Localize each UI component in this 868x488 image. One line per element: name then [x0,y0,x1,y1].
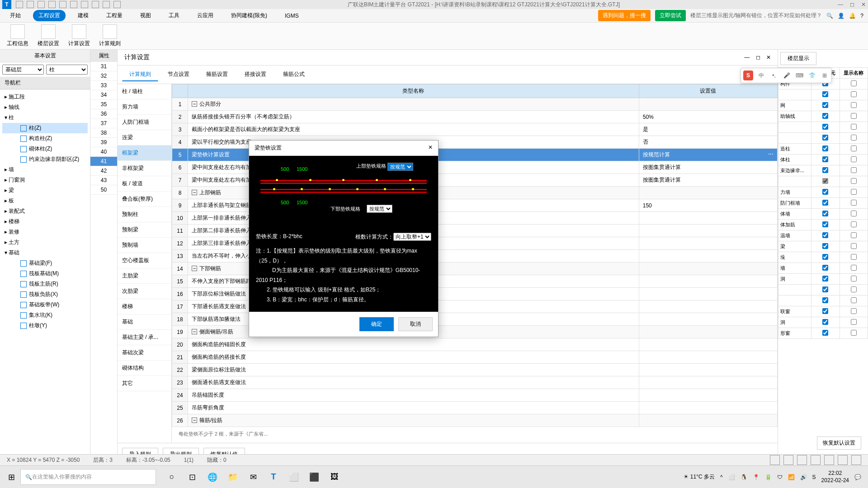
nav-node[interactable]: 基础梁(F) [2,258,88,268]
rule-row[interactable]: 21侧面构造筋的搭接长度 [172,351,778,364]
property-row[interactable]: 35 [90,100,117,109]
tray-icon[interactable]: 📶 [788,474,795,480]
nav-node[interactable]: ▸ 板 [2,196,88,206]
property-row[interactable]: 31 [90,62,117,71]
rule-row[interactable]: 2纵筋搭接接头错开百分率（不考虑架立筋）50% [172,111,778,123]
mail-icon[interactable]: ✉ [244,468,262,486]
rule-row[interactable]: 1−公共部分 [172,98,778,111]
explorer-icon[interactable]: 📁 [224,468,242,486]
sb-tool-icon[interactable] [783,455,793,465]
restore-floor-defaults-button[interactable]: 恢复默认设置 [817,436,861,450]
sb-tool-icon[interactable] [838,455,848,465]
qa-icon[interactable] [27,1,34,8]
ft-shirt-icon[interactable]: 👕 [807,71,816,80]
qa-icon[interactable] [70,1,77,8]
floor-select[interactable]: 基础层 [2,65,44,75]
display-row[interactable]: 力墙 [778,187,868,198]
help-icon[interactable]: ? [860,13,863,19]
tab-view[interactable]: 视图 [135,10,156,21]
gtj-icon[interactable]: T [264,468,283,486]
category-item[interactable]: 框架梁 [118,145,171,161]
stab-node[interactable]: 节点设置 [160,68,197,81]
nav-node[interactable]: 集水坑(K) [2,310,88,320]
notification-icon[interactable]: 🔔 [849,13,856,19]
display-row[interactable]: 垛 [778,252,868,263]
display-row[interactable] [778,296,868,306]
component-select[interactable]: 柱 [46,65,88,75]
category-item[interactable]: 其它 [118,376,171,391]
property-row[interactable]: 32 [90,71,117,81]
category-item[interactable]: 预制柱 [118,207,171,222]
ft-keyboard-icon[interactable]: ⌨ [795,71,804,80]
nav-node[interactable]: ▸ 装配式 [2,206,88,216]
ft-cn-icon[interactable]: 中 [757,71,766,80]
taskview-icon[interactable]: ⊡ [183,468,201,486]
ft-grid-icon[interactable]: ⊞ [820,71,829,80]
sb-tool-icon[interactable] [811,455,821,465]
nav-node[interactable]: 筏板负筋(X) [2,289,88,300]
bottom-spec-select[interactable]: 按规范 [367,205,392,213]
property-row[interactable]: 40 [90,147,117,157]
search-help-button[interactable]: 遇到问题，搜一搜 [598,10,651,21]
category-item[interactable]: 基础次梁 [118,345,171,361]
maximize-panel-icon[interactable]: ◻ [756,54,760,61]
category-item[interactable]: 预制梁 [118,222,171,238]
taskbar-search[interactable]: 🔍 在这里输入你要搜的内容 [20,469,156,485]
category-item[interactable]: 叠合板(整厚) [118,192,171,207]
count-method-select[interactable]: 向上取整+1 [393,233,431,241]
ft-mic-icon[interactable]: 🎤 [782,71,791,80]
obs-icon[interactable]: ⬛ [305,468,323,486]
rule-row[interactable]: 23侧面通长筋遇支座做法 [172,376,778,389]
qa-icon[interactable] [81,1,88,8]
nav-node[interactable]: ▸ 施工段 [2,92,88,102]
display-row[interactable] [778,122,868,133]
rule-row[interactable]: 20侧面构造筋的锚固长度 [172,338,778,351]
rule-row[interactable]: 3截面小的框架梁是否以截面大的框架梁为支座是 [172,123,778,136]
tray-chevron-icon[interactable]: ^ [720,474,723,480]
start-button[interactable]: ⊞ [2,468,20,486]
property-row[interactable]: 50 [90,185,117,195]
cortana-icon[interactable]: ○ [163,468,181,486]
ft-badge-icon[interactable]: S [743,70,753,80]
ft-punct-icon[interactable]: •, [769,71,778,80]
tray-icon[interactable]: 🛡 [777,474,783,480]
tray-icon[interactable]: 📍 [753,474,760,480]
nav-node[interactable]: 筏板基础(M) [2,268,88,279]
display-row[interactable] [778,285,868,296]
category-item[interactable]: 基础主梁 / 承... [118,330,171,345]
category-item[interactable]: 非框架梁 [118,161,171,176]
category-item[interactable]: 剪力墙 [118,99,171,115]
tray-icon[interactable]: 🔊 [800,474,807,480]
app-icon[interactable]: ⬜ [285,468,303,486]
qa-icon[interactable] [38,1,45,8]
stab-calc-rules[interactable]: 计算规则 [122,68,158,81]
display-row[interactable]: 梁 [778,241,868,252]
sb-tool-icon[interactable] [770,455,780,465]
notifications-icon[interactable]: 💬 [854,474,861,480]
tab-quantity[interactable]: 工程量 [101,10,128,21]
rule-row[interactable]: 24吊筋锚固长度 [172,389,778,402]
category-item[interactable]: 基础 [118,314,171,330]
display-row[interactable] [778,133,868,144]
display-row[interactable]: 联窗 [778,306,868,317]
property-row[interactable]: 42 [90,166,117,176]
display-row[interactable]: 助轴线 [778,111,868,122]
stab-lap[interactable]: 搭接设置 [237,68,274,81]
property-row[interactable]: 36 [90,109,117,119]
weather-widget[interactable]: ☀ 11°C 多云 [684,473,715,481]
display-row[interactable]: 洞 [778,274,868,285]
tool-calc-rules[interactable]: 计算规则 [99,24,121,47]
nav-node[interactable]: ▾ 柱 [2,113,88,123]
stab-stirrup[interactable]: 箍筋设置 [199,68,235,81]
display-row[interactable] [778,176,868,187]
qa-icon[interactable] [113,1,121,8]
category-item[interactable]: 连梁 [118,130,171,145]
nav-node[interactable]: ▾ 基础 [2,248,88,258]
property-row[interactable]: 43 [90,176,117,185]
sb-tool-icon[interactable] [824,455,834,465]
clock[interactable]: 22:02 2022-02-24 [821,470,849,484]
sb-tool-icon[interactable] [797,455,807,465]
display-row[interactable]: 束边缘非... [778,165,868,176]
display-row[interactable]: 体柱 [778,155,868,165]
display-row[interactable]: 形窗 [778,328,868,339]
